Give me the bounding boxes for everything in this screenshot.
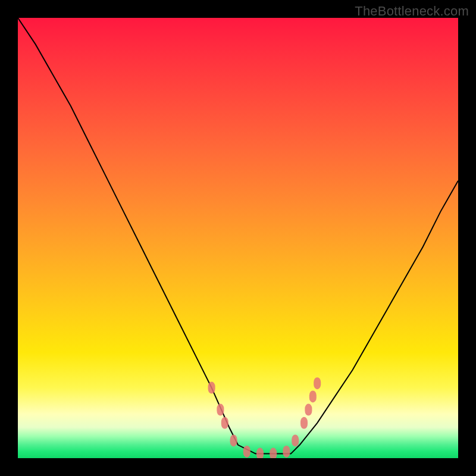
trough-marker [309, 390, 317, 402]
trough-marker [230, 434, 237, 446]
trough-marker [300, 417, 308, 429]
trough-marker [270, 448, 277, 458]
watermark-text: TheBottleneck.com [355, 4, 469, 19]
trough-marker [256, 448, 264, 458]
trough-marker [292, 434, 299, 446]
trough-marker [208, 382, 215, 394]
trough-marker [314, 377, 321, 389]
bottleneck-curve [18, 18, 458, 454]
trough-markers [208, 377, 321, 458]
trough-marker [283, 446, 290, 458]
trough-marker [243, 446, 250, 458]
trough-marker [305, 404, 312, 416]
plot-area [18, 18, 458, 458]
trough-marker [221, 417, 228, 429]
bottleneck-curve-svg [18, 18, 458, 458]
chart-frame: TheBottleneck.com [0, 0, 476, 476]
trough-marker [217, 404, 224, 416]
